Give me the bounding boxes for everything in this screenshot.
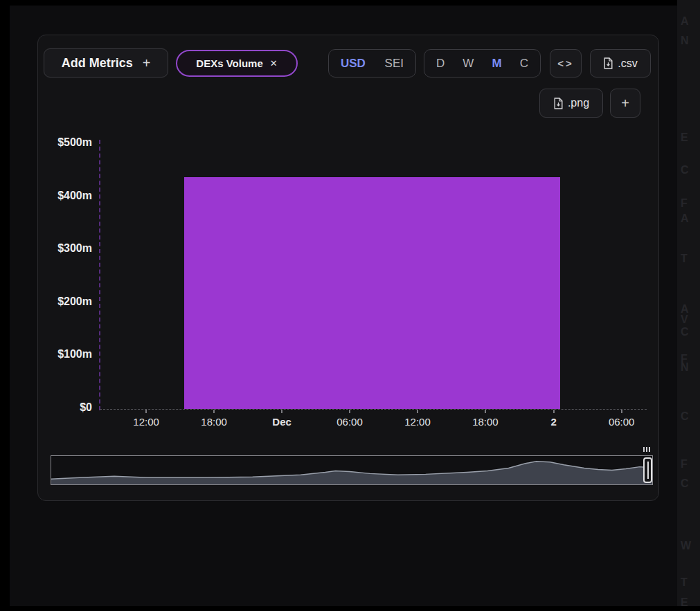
clipped-text-fragment: C (681, 164, 689, 176)
currency-option-usd[interactable]: USD (341, 57, 366, 71)
navigator-grip-icon (643, 447, 650, 452)
dexs-volume-bar[interactable] (184, 177, 561, 410)
app-background: Add Metrics + DEXs Volume ✕ USD SEI D W … (10, 6, 677, 606)
x-axis-label: 18:00 (472, 416, 499, 428)
add-metrics-label: Add Metrics (62, 56, 133, 71)
interval-option-cumulative[interactable]: C (520, 57, 528, 71)
dashed-guide-line (99, 140, 100, 410)
code-brackets-icon: <> (557, 57, 574, 69)
file-download-icon (603, 57, 613, 69)
clipped-text-fragment: C (681, 410, 689, 423)
y-axis-label: $200m (57, 295, 92, 308)
clipped-side-column: ANECFATAVCFNCFCWTE (677, 0, 700, 606)
clipped-text-fragment: W (681, 540, 691, 552)
x-axis-tick (213, 410, 215, 413)
x-axis-tick (281, 410, 282, 413)
add-chart-button[interactable]: + (610, 89, 640, 118)
clipped-text-fragment: T (681, 576, 688, 589)
navigator-right-handle[interactable] (643, 457, 652, 483)
clipped-text-fragment: C (681, 477, 689, 490)
y-axis-label: $300m (57, 242, 92, 255)
clipped-text-fragment: E (681, 596, 688, 606)
clipped-text-fragment: C (681, 326, 689, 338)
add-metrics-button[interactable]: Add Metrics + (44, 48, 168, 77)
navigator-area-chart (51, 456, 652, 484)
y-axis: $0$100m$200m$300m$400m$500m (38, 144, 93, 410)
x-axis-tick (485, 410, 486, 413)
metric-chip-label: DEXs Volume (196, 57, 262, 69)
clipped-text-fragment: E (681, 131, 688, 144)
y-axis-label: $0 (80, 401, 92, 414)
x-axis-tick (417, 410, 418, 413)
x-axis-label: 18:00 (201, 416, 227, 428)
currency-toggle: USD SEI (328, 49, 416, 77)
y-axis-label: $100m (57, 348, 92, 361)
clipped-text-fragment: V (681, 313, 688, 326)
y-axis-label: $500m (57, 136, 92, 149)
clipped-text-fragment: A (681, 15, 689, 28)
clipped-text-fragment: T (681, 253, 688, 265)
clipped-text-fragment: N (681, 35, 689, 47)
plus-icon: + (621, 95, 629, 111)
png-label: .png (568, 97, 589, 109)
x-axis: 12:0018:00Dec06:0012:0018:00206:00 (100, 416, 647, 432)
interval-option-daily[interactable]: D (436, 57, 445, 71)
download-png-button[interactable]: .png (539, 89, 603, 118)
x-axis-label: 2 (551, 416, 557, 428)
x-axis-label: Dec (272, 416, 291, 428)
x-axis-tick (349, 410, 350, 413)
interval-option-monthly[interactable]: M (492, 57, 501, 71)
close-icon[interactable]: ✕ (270, 58, 278, 69)
x-axis-label: 06:00 (609, 416, 635, 428)
interval-option-weekly[interactable]: W (463, 57, 474, 71)
x-axis-label: 06:00 (336, 416, 363, 428)
y-axis-label: $400m (57, 190, 92, 202)
plus-icon: + (143, 55, 151, 71)
clipped-text-fragment: F (681, 197, 688, 210)
download-csv-button[interactable]: .csv (590, 49, 651, 77)
file-download-icon (553, 98, 564, 109)
chart-navigator[interactable] (51, 455, 653, 485)
clipped-text-fragment: N (681, 361, 689, 374)
x-axis-label: 12:00 (133, 416, 159, 428)
interval-toggle: D W M C (424, 49, 541, 77)
x-axis-line (100, 409, 647, 410)
chart-panel: Add Metrics + DEXs Volume ✕ USD SEI D W … (37, 35, 659, 501)
x-axis-tick (553, 410, 555, 413)
embed-code-button[interactable]: <> (550, 49, 582, 77)
x-axis-tick (145, 410, 147, 413)
clipped-text-fragment: A (681, 212, 689, 225)
chart-plot-area (100, 144, 647, 410)
metric-chip-dexs-volume[interactable]: DEXs Volume ✕ (176, 50, 298, 77)
x-axis-tick (621, 410, 622, 413)
csv-label: .csv (618, 57, 637, 70)
x-axis-label: 12:00 (404, 416, 431, 428)
currency-option-sei[interactable]: SEI (385, 57, 404, 71)
clipped-text-fragment: F (681, 458, 688, 471)
